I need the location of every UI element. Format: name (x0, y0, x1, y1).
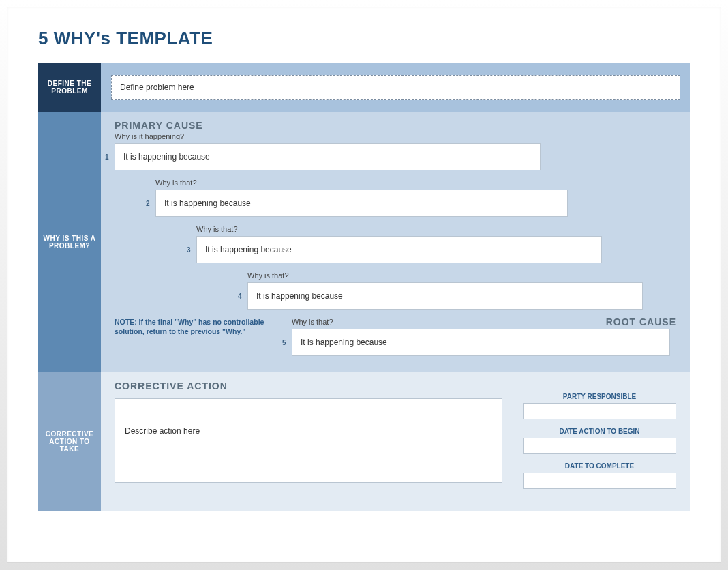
why-number-2: 2 (146, 200, 150, 207)
whys-content: PRIMARY CAUSE Why is it happening? 1 It … (101, 112, 690, 372)
row-whys: WHY IS THIS A PROBLEM? PRIMARY CAUSE Why… (38, 112, 690, 372)
why-input-2[interactable]: It is happening because (155, 190, 568, 217)
why-step-5: NOTE: If the final "Why" has no controll… (115, 318, 676, 356)
label-party-responsible: PARTY RESPONSIBLE (523, 393, 676, 400)
label-date-begin: DATE ACTION TO BEGIN (523, 427, 676, 435)
action-area: Describe action here PARTY RESPONSIBLE D… (115, 393, 676, 497)
whys-note: NOTE: If the final "Why" has no controll… (115, 318, 271, 336)
why-number-1: 1 (105, 153, 109, 161)
label-define-problem: DEFINE THE PROBLEM (38, 63, 101, 112)
why-step-1: Why is it happening? 1 It is happening b… (115, 132, 676, 179)
page-title: 5 WHY's TEMPLATE (38, 28, 690, 49)
why-question-2: Why is that? (155, 179, 676, 187)
why-question-1: Why is it happening? (115, 132, 676, 140)
action-right: PARTY RESPONSIBLE DATE ACTION TO BEGIN D… (523, 393, 676, 497)
primary-cause-heading: PRIMARY CAUSE (115, 120, 676, 131)
input-date-complete[interactable] (523, 472, 676, 489)
define-problem-input[interactable]: Define problem here (111, 75, 680, 100)
action-description-input[interactable]: Describe action here (115, 398, 502, 483)
input-date-begin[interactable] (523, 438, 676, 454)
action-left: Describe action here (115, 393, 502, 497)
corrective-action-heading: CORRECTIVE ACTION (115, 380, 676, 391)
why-input-1[interactable]: It is happening because (115, 143, 541, 170)
why-question-4: Why is that? (247, 271, 676, 280)
define-content: Define problem here (101, 63, 690, 112)
action-content: CORRECTIVE ACTION Describe action here P… (101, 372, 690, 511)
template-page: 5 WHY's TEMPLATE DEFINE THE PROBLEM Defi… (7, 7, 721, 563)
why-input-3[interactable]: It is happening because (196, 236, 602, 263)
why-step-4: Why is that? 4 It is happening because (247, 271, 676, 318)
why-step-3: Why is that? 3 It is happening because (196, 225, 676, 271)
template-grid: DEFINE THE PROBLEM Define problem here W… (38, 63, 690, 511)
why-input-5[interactable]: It is happening because (292, 329, 670, 356)
why-input-4[interactable]: It is happening because (247, 282, 643, 310)
root-cause-label: ROOT CAUSE (606, 316, 676, 327)
input-party-responsible[interactable] (523, 403, 676, 419)
row-define-problem: DEFINE THE PROBLEM Define problem here (38, 63, 690, 112)
why-question-3: Why is that? (196, 225, 676, 233)
why-number-4: 4 (238, 292, 242, 300)
label-whys: WHY IS THIS A PROBLEM? (38, 112, 101, 372)
why-step-2: Why is that? 2 It is happening because (155, 179, 676, 225)
why-number-5: 5 (282, 339, 286, 346)
label-corrective-action: CORRECTIVE ACTION TO TAKE (38, 372, 101, 511)
why-number-3: 3 (187, 246, 191, 254)
label-date-complete: DATE TO COMPLETE (523, 462, 676, 470)
row-corrective-action: CORRECTIVE ACTION TO TAKE CORRECTIVE ACT… (38, 372, 690, 511)
